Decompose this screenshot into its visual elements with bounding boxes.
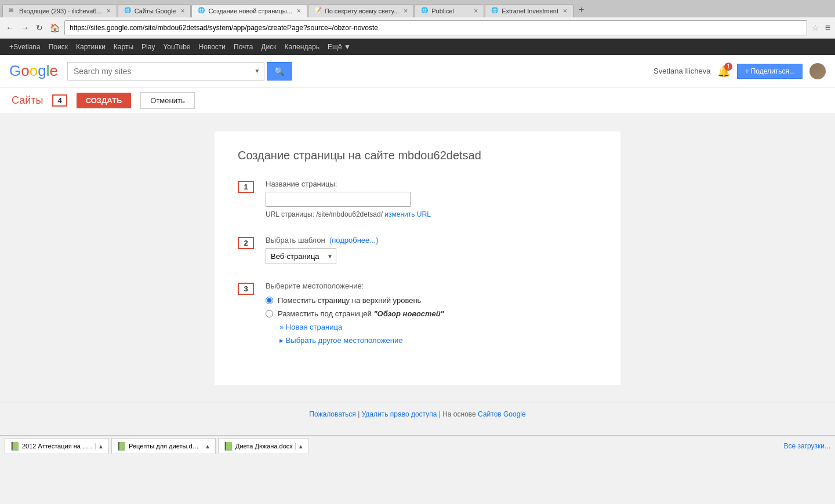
form-section-template: 2 Выбрать шаблон (подробнее...) Веб-стра… bbox=[238, 236, 597, 264]
top-bar-play[interactable]: Play bbox=[138, 43, 158, 51]
location-page-name: "Обзор новостей" bbox=[373, 309, 444, 318]
new-tab-button[interactable]: + bbox=[574, 2, 589, 17]
tab-label-blog: По секрету всему свету... bbox=[325, 8, 399, 14]
google-sites-header: Google ▼ 🔍 Svetlana Ilicheva 🔔 1 + Подел… bbox=[0, 55, 835, 87]
tab-publicel[interactable]: 🌐 Publicel × bbox=[415, 4, 484, 17]
url-bar[interactable] bbox=[64, 20, 807, 35]
top-bar-drive[interactable]: Диск bbox=[257, 43, 279, 51]
logo-g: G bbox=[9, 62, 21, 79]
download-item-3[interactable]: 📗 Диета Дюкана.docx ▲ bbox=[218, 438, 309, 454]
page-name-input[interactable] bbox=[266, 192, 411, 207]
change-url-link[interactable]: изменить URL bbox=[384, 210, 431, 218]
back-button[interactable]: ← bbox=[3, 21, 16, 35]
tab-gmail[interactable]: ✉ Входящие (293) - ilicheva6... × bbox=[2, 4, 117, 17]
tab-favicon-blog: 📝 bbox=[314, 7, 322, 15]
tab-close-sites[interactable]: × bbox=[180, 7, 184, 15]
download-label-3: Диета Дюкана.docx bbox=[235, 443, 293, 450]
top-bar-maps[interactable]: Карты bbox=[110, 43, 137, 51]
tab-sites[interactable]: 🌐 Сайты Google × bbox=[118, 4, 191, 17]
tab-close-create[interactable]: × bbox=[297, 7, 301, 15]
tab-blog[interactable]: 📝 По секрету всему свету... × bbox=[308, 4, 414, 17]
browser-right-icons: ≡ bbox=[824, 21, 832, 34]
download-label-2: Рецепты для диеты.docx bbox=[129, 443, 199, 450]
other-location-link-text: ▸ Выбрать другое местоположение bbox=[279, 336, 402, 345]
search-input-wrap: ▼ bbox=[67, 62, 264, 81]
location-top-level-option[interactable]: Поместить страницу на верхний уровень bbox=[266, 296, 597, 305]
tab-favicon-publicel: 🌐 bbox=[421, 7, 429, 15]
remove-access-link[interactable]: Удалить право доступа bbox=[362, 410, 437, 418]
tab-close-extranet[interactable]: × bbox=[563, 7, 567, 15]
location-radio-group: Поместить страницу на верхний уровень Ра… bbox=[266, 296, 597, 345]
footer-based-on: | На основе bbox=[439, 410, 476, 418]
form-container: Создание страницы на сайте mbdou62detsad… bbox=[0, 114, 835, 403]
tab-close-blog[interactable]: × bbox=[404, 7, 408, 15]
tab-label-extranet: Extranet Investment bbox=[502, 8, 558, 14]
reload-button[interactable]: ↻ bbox=[34, 21, 45, 35]
home-button[interactable]: 🏠 bbox=[48, 21, 62, 35]
top-bar-search[interactable]: Поиск bbox=[45, 43, 71, 51]
template-label: Выбрать шаблон (подробнее...) bbox=[266, 236, 597, 244]
top-bar-calendar[interactable]: Календарь bbox=[281, 43, 323, 51]
location-under-option[interactable]: Разместить под страницей "Обзор новостей… bbox=[266, 309, 597, 318]
search-dropdown-button[interactable]: ▼ bbox=[251, 62, 264, 81]
template-more-link[interactable]: (подробнее...) bbox=[329, 236, 379, 244]
top-bar-mail[interactable]: Почта bbox=[230, 43, 256, 51]
download-arrow-2[interactable]: ▲ bbox=[202, 443, 210, 450]
new-page-link-text: » Новая страница bbox=[279, 323, 342, 331]
tab-label-sites: Сайты Google bbox=[135, 8, 176, 14]
search-submit-button[interactable]: 🔍 bbox=[267, 62, 292, 81]
footer-brand-link[interactable]: Сайтов Google bbox=[478, 410, 526, 418]
top-bar-images[interactable]: Картинки bbox=[72, 43, 109, 51]
bookmark-star-icon[interactable]: ☆ bbox=[809, 23, 822, 32]
url-prefix-text: URL страницы: /site/mbdou62detsad/ bbox=[266, 210, 383, 218]
share-button[interactable]: + Поделиться... bbox=[737, 64, 803, 79]
sites-title[interactable]: Сайты bbox=[12, 94, 43, 107]
top-bar-plus[interactable]: +Svetlana bbox=[6, 43, 44, 51]
top-bar-more[interactable]: Ещё ▼ bbox=[324, 43, 354, 51]
download-item-2[interactable]: 📗 Рецепты для диеты.docx ▲ bbox=[111, 438, 216, 454]
tab-label-publicel: Publicel bbox=[431, 8, 469, 14]
page-footer: Пожаловаться | Удалить право доступа | Н… bbox=[0, 403, 835, 425]
location-under-radio[interactable] bbox=[266, 310, 273, 317]
step4-badge: 4 bbox=[52, 94, 67, 107]
cancel-button[interactable]: Отменить bbox=[140, 92, 194, 109]
step3-badge: 3 bbox=[238, 283, 254, 295]
notification-button[interactable]: 🔔 1 bbox=[717, 65, 730, 78]
tab-favicon-sites: 🌐 bbox=[124, 7, 132, 15]
download-arrow-3[interactable]: ▲ bbox=[295, 443, 304, 450]
forward-button[interactable]: → bbox=[19, 21, 31, 35]
report-link[interactable]: Пожаловаться bbox=[309, 410, 356, 418]
avatar[interactable] bbox=[809, 63, 826, 79]
google-logo[interactable]: Google bbox=[9, 62, 58, 80]
content-area: Сайты 4 СОЗДАТЬ Отменить Создание страни… bbox=[0, 87, 835, 435]
top-bar-youtube[interactable]: YouTube bbox=[159, 43, 194, 51]
top-bar-news[interactable]: Новости bbox=[195, 43, 229, 51]
section-name-content: Название страницы: URL страницы: /site/m… bbox=[266, 180, 597, 218]
search-input[interactable] bbox=[67, 62, 264, 81]
logo-e: e bbox=[49, 62, 57, 79]
location-label: Выберите местоположение: bbox=[266, 282, 597, 290]
logo-o2: o bbox=[30, 62, 38, 79]
tab-close-publicel[interactable]: × bbox=[474, 7, 478, 15]
location-top-radio[interactable] bbox=[266, 297, 273, 304]
create-button[interactable]: СОЗДАТЬ bbox=[77, 93, 132, 108]
step2-badge: 2 bbox=[238, 237, 254, 249]
tab-extranet[interactable]: 🌐 Extranet Investment × bbox=[485, 4, 573, 17]
download-arrow-1[interactable]: ▲ bbox=[95, 443, 104, 450]
search-container: ▼ 🔍 bbox=[67, 62, 292, 81]
template-select[interactable]: Веб-страница Объявление Архив файлов Спи… bbox=[266, 248, 336, 264]
browser-menu-button[interactable]: ≡ bbox=[824, 21, 832, 34]
download-item-1[interactable]: 📗 2012 Аттестация на ....xlsx ▲ bbox=[5, 438, 109, 454]
google-top-bar: +Svetlana Поиск Картинки Карты Play YouT… bbox=[0, 39, 835, 55]
template-select-wrap: Веб-страница Объявление Архив файлов Спи… bbox=[266, 248, 336, 264]
download-icon-1: 📗 bbox=[10, 441, 20, 451]
location-top-label: Поместить страницу на верхний уровень bbox=[278, 296, 421, 305]
user-name[interactable]: Svetlana Ilicheva bbox=[654, 67, 710, 75]
location-under-label: Разместить под страницей "Обзор новостей… bbox=[278, 309, 444, 318]
tab-create-page[interactable]: 🌐 Создание новой страницы... × bbox=[191, 4, 307, 17]
other-location-link[interactable]: ▸ Выбрать другое местоположение bbox=[279, 336, 597, 345]
tab-close-gmail[interactable]: × bbox=[107, 7, 111, 15]
new-page-link[interactable]: » Новая страница bbox=[279, 323, 597, 331]
tab-label-gmail: Входящие (293) - ilicheva6... bbox=[19, 8, 102, 14]
all-downloads-link[interactable]: Все загрузки... bbox=[783, 442, 830, 450]
